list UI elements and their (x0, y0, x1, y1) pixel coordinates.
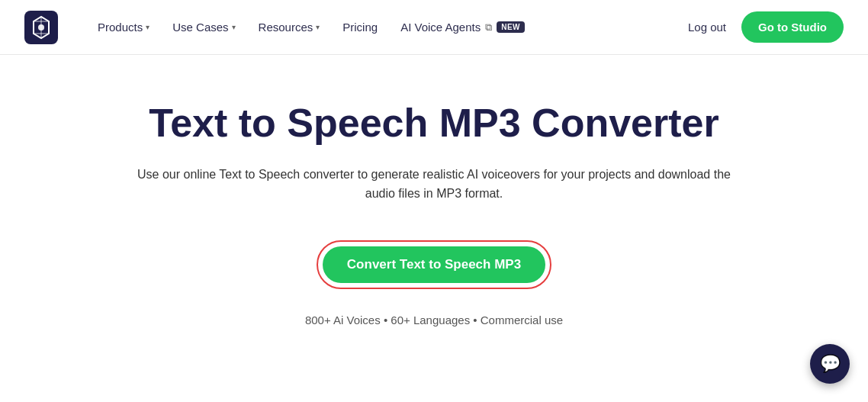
use-cases-chevron-icon: ▾ (232, 23, 236, 31)
goto-studio-button[interactable]: Go to Studio (741, 11, 844, 43)
resources-chevron-icon: ▾ (316, 23, 320, 31)
features-text: 800+ Ai Voices • 60+ Languages • Commerc… (305, 314, 563, 326)
navbar: Products ▾ Use Cases ▾ Resources ▾ Prici… (0, 0, 868, 55)
convert-cta-button[interactable]: Convert Text to Speech MP3 (323, 246, 545, 283)
nav-item-products[interactable]: Products ▾ (88, 14, 159, 40)
nav-item-pricing[interactable]: Pricing (333, 14, 387, 40)
hero-title: Text to Speech MP3 Converter (149, 101, 719, 146)
main-content: Text to Speech MP3 Converter Use our onl… (0, 55, 868, 357)
external-link-icon: ⧉ (485, 21, 492, 34)
svg-point-1 (38, 24, 44, 31)
nav-item-resources[interactable]: Resources ▾ (249, 14, 330, 40)
products-chevron-icon: ▾ (146, 23, 149, 31)
logo[interactable] (24, 11, 58, 44)
nav-item-use-cases[interactable]: Use Cases ▾ (163, 14, 244, 40)
nav-item-ai-voice-agents[interactable]: AI Voice Agents ⧉ NEW (391, 14, 534, 40)
chat-widget[interactable]: 💬 (810, 344, 850, 384)
navbar-actions: Log out Go to Studio (685, 11, 844, 43)
hero-subtitle: Use our online Text to Speech converter … (137, 165, 731, 204)
nav-menu: Products ▾ Use Cases ▾ Resources ▾ Prici… (88, 14, 685, 40)
cta-wrapper: Convert Text to Speech MP3 (317, 240, 551, 289)
new-badge: NEW (497, 21, 525, 33)
logout-button[interactable]: Log out (685, 14, 729, 40)
chat-icon: 💬 (820, 354, 841, 374)
